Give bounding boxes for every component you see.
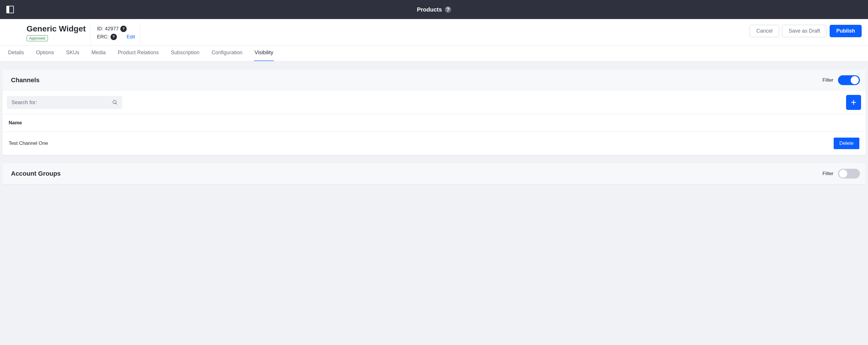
save-draft-button[interactable]: Save as Draft [782, 25, 827, 37]
tab-media[interactable]: Media [91, 45, 106, 61]
channels-search[interactable] [7, 96, 122, 109]
tab-visibility[interactable]: Visibility [254, 45, 274, 61]
tab-subscription[interactable]: Subscription [170, 45, 200, 61]
action-buttons: Cancel Save as Draft Publish [750, 23, 862, 41]
account-groups-panel: Account Groups Filter [2, 163, 866, 184]
channels-filter-toggle[interactable] [838, 75, 860, 85]
channels-panel: Channels Filter Name Test Channel One De… [2, 69, 866, 155]
status-badge: Approved [27, 35, 48, 41]
svg-line-1 [116, 103, 117, 104]
channels-filter-label: Filter [823, 77, 833, 83]
tab-configuration[interactable]: Configuration [211, 45, 243, 61]
channels-header: Channels Filter [2, 69, 866, 91]
account-groups-filter-label: Filter [823, 171, 833, 177]
topbar: Products ? [0, 0, 868, 19]
product-title: Generic Widget [27, 24, 86, 33]
svg-point-0 [113, 100, 116, 103]
tab-details[interactable]: Details [7, 45, 25, 61]
product-header-left: Generic Widget Approved ID: 42977 ? ERC:… [6, 23, 140, 45]
sidebar-toggle-icon[interactable] [6, 6, 14, 13]
col-name: Name [9, 120, 22, 125]
account-groups-filter-toggle[interactable] [838, 169, 860, 179]
content-area: Channels Filter Name Test Channel One De… [0, 61, 868, 192]
add-channel-button[interactable] [846, 95, 861, 110]
id-label: ID: [97, 25, 103, 33]
account-groups-filter: Filter [823, 169, 860, 179]
meta-column: ID: 42977 ? ERC: ? Edit [96, 23, 140, 45]
channels-toolbar [2, 91, 866, 114]
plus-icon [850, 99, 857, 106]
search-icon [112, 99, 118, 105]
topbar-title: Products ? [417, 6, 451, 13]
title-column: Generic Widget Approved [6, 23, 91, 45]
tab-skus[interactable]: SKUs [65, 45, 80, 61]
id-row: ID: 42977 ? [97, 25, 135, 33]
id-value: 42977 [105, 25, 119, 33]
edit-link[interactable]: Edit [127, 33, 135, 41]
id-help-icon[interactable]: ? [120, 26, 127, 32]
channels-title: Channels [8, 76, 39, 84]
tabs: Details Options SKUs Media Product Relat… [0, 45, 868, 61]
page-title: Products [417, 6, 442, 13]
channels-table-header: Name [2, 114, 866, 132]
help-icon[interactable]: ? [445, 6, 451, 13]
channel-name: Test Channel One [9, 140, 48, 146]
delete-button[interactable]: Delete [834, 137, 859, 149]
erc-help-icon[interactable]: ? [111, 34, 117, 40]
channels-filter: Filter [823, 75, 860, 85]
table-row: Test Channel One Delete [2, 132, 866, 155]
erc-label: ERC: [97, 33, 109, 41]
erc-row: ERC: ? Edit [97, 33, 135, 41]
account-groups-header: Account Groups Filter [2, 163, 866, 184]
publish-button[interactable]: Publish [830, 25, 862, 37]
product-header: Generic Widget Approved ID: 42977 ? ERC:… [0, 19, 868, 45]
search-input[interactable] [11, 99, 112, 105]
tab-product-relations[interactable]: Product Relations [117, 45, 159, 61]
account-groups-title: Account Groups [8, 170, 61, 178]
cancel-button[interactable]: Cancel [750, 25, 779, 37]
tab-options[interactable]: Options [35, 45, 55, 61]
